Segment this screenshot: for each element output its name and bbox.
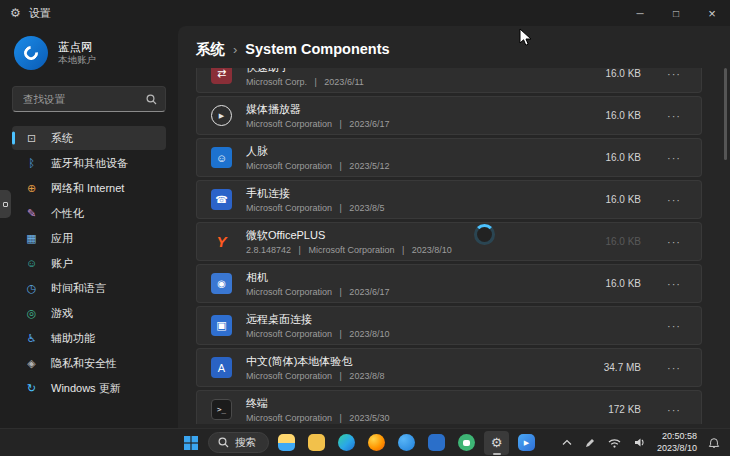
sidebar-item-network[interactable]: ⊕网络和 Internet xyxy=(12,176,166,200)
sidebar-item-label: 隐私和安全性 xyxy=(51,356,117,371)
start-button[interactable] xyxy=(178,431,203,455)
quick-assist-icon: ⇄ xyxy=(211,68,232,84)
person-icon: ☺ xyxy=(24,257,39,269)
more-options-button[interactable]: ··· xyxy=(663,234,685,250)
messenger-app-icon[interactable] xyxy=(394,431,419,455)
hidden-icons-chevron[interactable] xyxy=(560,437,574,448)
edge-panel-icon xyxy=(3,202,8,207)
avatar xyxy=(14,36,48,70)
component-name: 终端 xyxy=(246,396,389,411)
sidebar-item-accessibility[interactable]: ♿辅助功能 xyxy=(12,326,166,350)
pen-tray-button[interactable] xyxy=(583,436,597,450)
close-button[interactable]: × xyxy=(694,0,730,26)
row-phone-link[interactable]: ☎ 手机连接Microsoft Corporation | 2023/8/5 1… xyxy=(196,180,702,219)
speaker-icon xyxy=(634,437,646,448)
component-name: 手机连接 xyxy=(246,186,384,201)
breadcrumb-root[interactable]: 系统 xyxy=(196,40,225,59)
account-type: 本地账户 xyxy=(58,54,96,66)
component-size: 172 KB xyxy=(585,404,641,415)
user-account[interactable]: 蓝点网 本地账户 xyxy=(12,32,166,74)
component-name: 中文(简体)本地体验包 xyxy=(246,354,384,369)
media-app-icon[interactable]: ▶ xyxy=(514,431,539,455)
row-quick-assist[interactable]: ⇄ 快速助手Microsoft Corp. | 2023/6/11 16.0 K… xyxy=(196,68,702,93)
component-name: 人脉 xyxy=(246,144,389,159)
row-remote-desktop[interactable]: ▣ 远程桌面连接Microsoft Corporation | 2023/8/1… xyxy=(196,306,702,345)
taskbar: 搜索 ⚙ ▶ 20:50:58 xyxy=(0,428,730,456)
user-name: 蓝点网 xyxy=(58,40,96,54)
network-tray-button[interactable] xyxy=(606,436,623,450)
folder-icon[interactable] xyxy=(304,431,329,455)
main-content: 系统 › System Components ⇄ 快速助手Microsoft C… xyxy=(178,26,730,428)
more-options-button[interactable]: ··· xyxy=(663,150,685,166)
camera-icon: ◉ xyxy=(211,273,232,294)
people-icon: ☺ xyxy=(211,147,232,168)
sidebar-item-label: 账户 xyxy=(51,256,73,271)
dev-app-icon[interactable] xyxy=(424,431,449,455)
more-options-button[interactable]: ··· xyxy=(663,68,685,82)
sidebar-item-personalization[interactable]: ✎个性化 xyxy=(12,201,166,225)
component-meta: Microsoft Corp. | 2023/6/11 xyxy=(246,77,364,87)
component-meta: Microsoft Corporation | 2023/8/5 xyxy=(246,203,384,213)
firefox-icon[interactable] xyxy=(364,431,389,455)
component-size: 16.0 KB xyxy=(585,278,641,289)
chat-app-icon[interactable] xyxy=(454,431,479,455)
component-size: 16.0 KB xyxy=(585,152,641,163)
more-options-button[interactable]: ··· xyxy=(663,402,685,418)
row-people[interactable]: ☺ 人脉Microsoft Corporation | 2023/5/12 16… xyxy=(196,138,702,177)
component-size: 16.0 KB xyxy=(585,194,641,205)
component-meta: Microsoft Corporation | 2023/8/10 xyxy=(246,329,389,339)
component-meta: 2.8.148742 | Microsoft Corporation | 202… xyxy=(246,245,452,255)
edge-panel-handle[interactable] xyxy=(0,190,11,218)
component-size: 16.0 KB xyxy=(585,236,641,247)
scrollbar-thumb[interactable] xyxy=(724,68,727,160)
row-officeplus[interactable]: Y 微软OfficePLUS2.8.148742 | Microsoft Cor… xyxy=(196,222,702,261)
sidebar-item-bluetooth[interactable]: ᛒ蓝牙和其他设备 xyxy=(12,151,166,175)
pen-icon xyxy=(585,438,595,448)
remote-desktop-icon: ▣ xyxy=(211,315,232,336)
settings-app-icon[interactable]: ⚙ xyxy=(484,431,509,455)
sidebar-item-label: 网络和 Internet xyxy=(51,181,124,196)
sidebar-item-label: 时间和语言 xyxy=(51,281,106,296)
sidebar-item-gaming[interactable]: ◎游戏 xyxy=(12,301,166,325)
titlebar: ⚙ 设置 ─ □ × xyxy=(0,0,730,26)
sidebar-item-windows-update[interactable]: ↻Windows 更新 xyxy=(12,376,166,400)
settings-gear-icon: ⚙ xyxy=(10,6,21,20)
more-options-button[interactable]: ··· xyxy=(663,318,685,334)
sidebar-item-time-language[interactable]: ◷时间和语言 xyxy=(12,276,166,300)
sidebar-item-label: 蓝牙和其他设备 xyxy=(51,156,128,171)
component-name: 微软OfficePLUS xyxy=(246,228,452,243)
sidebar: 蓝点网 本地账户 ⊡系统 ᛒ蓝牙和其他设备 ⊕网络和 Internet ✎个性化… xyxy=(0,26,178,428)
sidebar-item-privacy[interactable]: ◈隐私和安全性 xyxy=(12,351,166,375)
component-meta: Microsoft Corporation | 2023/6/17 xyxy=(246,287,389,297)
more-options-button[interactable]: ··· xyxy=(663,192,685,208)
taskbar-search[interactable]: 搜索 xyxy=(208,432,269,453)
component-size: 16.0 KB xyxy=(585,110,641,121)
more-options-button[interactable]: ··· xyxy=(663,276,685,292)
sidebar-item-accounts[interactable]: ☺账户 xyxy=(12,251,166,275)
edge-browser-icon[interactable] xyxy=(334,431,359,455)
apps-grid-icon: ▦ xyxy=(24,232,39,245)
row-media-player[interactable]: ▶ 媒体播放器Microsoft Corporation | 2023/6/17… xyxy=(196,96,702,135)
sidebar-item-apps[interactable]: ▦应用 xyxy=(12,226,166,250)
volume-tray-button[interactable] xyxy=(632,435,648,450)
xbox-icon: ◎ xyxy=(24,307,39,320)
search-icon xyxy=(218,437,229,448)
minimize-button[interactable]: ─ xyxy=(622,0,658,26)
maximize-button[interactable]: □ xyxy=(658,0,694,26)
sidebar-item-system[interactable]: ⊡系统 xyxy=(12,126,166,150)
settings-search[interactable] xyxy=(12,86,166,112)
component-list: ⇄ 快速助手Microsoft Corp. | 2023/6/11 16.0 K… xyxy=(196,68,712,424)
more-options-button[interactable]: ··· xyxy=(663,360,685,376)
row-camera[interactable]: ◉ 相机Microsoft Corporation | 2023/6/17 16… xyxy=(196,264,702,303)
row-language-pack[interactable]: A 中文(简体)本地体验包Microsoft Corporation | 202… xyxy=(196,348,702,387)
component-meta: Microsoft Corporation | 2023/6/17 xyxy=(246,119,389,129)
more-options-button[interactable]: ··· xyxy=(663,108,685,124)
notification-center-button[interactable] xyxy=(706,435,722,451)
bluetooth-icon: ᛒ xyxy=(24,157,39,169)
clock[interactable]: 20:50:58 2023/8/10 xyxy=(657,431,697,454)
component-meta: Microsoft Corporation | 2023/5/12 xyxy=(246,161,389,171)
row-terminal[interactable]: >_ 终端Microsoft Corporation | 2023/5/30 1… xyxy=(196,390,702,424)
search-input[interactable] xyxy=(21,92,146,106)
wifi-icon xyxy=(608,438,621,448)
file-explorer-icon[interactable] xyxy=(274,431,299,455)
